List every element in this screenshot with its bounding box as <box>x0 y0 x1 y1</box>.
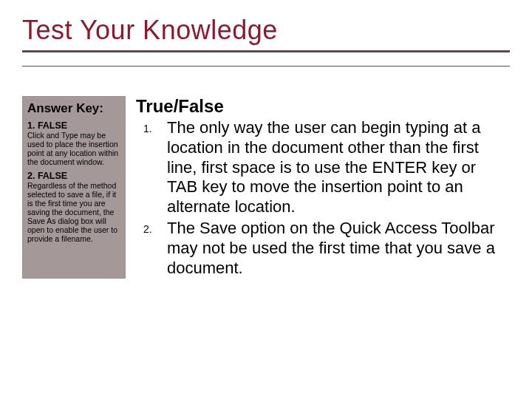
slide: Test Your Knowledge Answer Key: 1. FALSE… <box>0 0 532 286</box>
list-item: 2. The Save option on the Quick Access T… <box>136 219 510 278</box>
question-text: The only way the user can begin typing a… <box>167 118 510 217</box>
answer-key-heading: Answer Key: <box>27 101 120 116</box>
list-item: 1. The only way the user can begin typin… <box>136 118 510 217</box>
answer-label: 1. FALSE <box>27 120 120 131</box>
rule-bottom <box>22 66 510 66</box>
answer-explanation: Click and Type may be used to place the … <box>27 131 120 166</box>
rule-top <box>22 50 510 52</box>
answer-explanation: Regardless of the method selected to sav… <box>27 181 120 243</box>
page-title: Test Your Knowledge <box>22 15 510 46</box>
question-number: 1. <box>136 118 167 217</box>
title-rule <box>22 50 510 66</box>
question-text: The Save option on the Quick Access Tool… <box>167 219 510 278</box>
question-number: 2. <box>136 219 167 278</box>
answer-key-sidebar: Answer Key: 1. FALSE Click and Type may … <box>22 96 126 279</box>
question-list: 1. The only way the user can begin typin… <box>136 118 510 279</box>
question-area: True/False 1. The only way the user can … <box>136 96 510 279</box>
content-area: Answer Key: 1. FALSE Click and Type may … <box>22 96 510 279</box>
answer-label: 2. FALSE <box>27 171 120 181</box>
section-heading: True/False <box>136 96 510 117</box>
